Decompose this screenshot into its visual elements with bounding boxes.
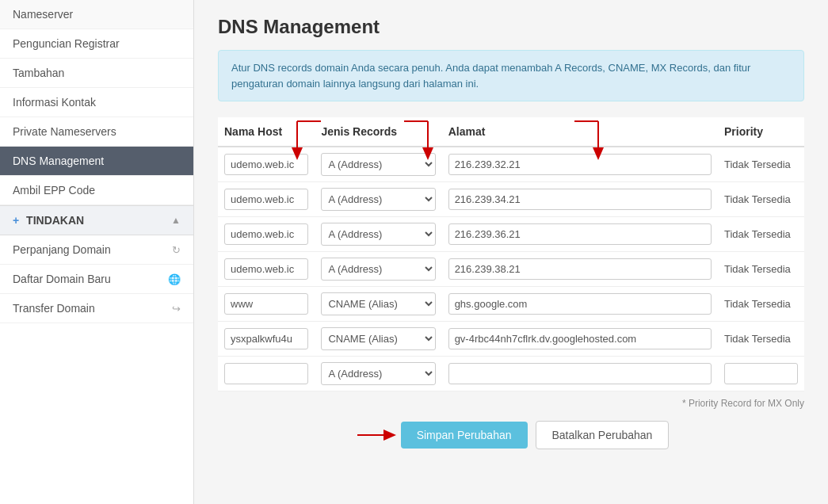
dns-table: Nama Host Jenis Records Alamat Priority …: [218, 117, 804, 391]
priority-note: * Priority Record for MX Only: [218, 398, 804, 409]
alamat-input[interactable]: [448, 328, 712, 349]
sidebar-item-informasi[interactable]: Informasi Kontak: [0, 88, 193, 117]
jenis-records-select[interactable]: A (Address)CNAME (Alias)MX (Mail)TXTSRVA…: [321, 327, 435, 350]
sidebar-item-nameserver[interactable]: Nameserver: [0, 0, 193, 29]
sidebar-action-label: Daftar Domain Baru: [13, 273, 111, 285]
sidebar: Nameserver Penguncian Registrar Tambahan…: [0, 0, 194, 504]
globe-icon: 🌐: [168, 273, 181, 285]
sidebar-item-dns[interactable]: DNS Management: [0, 147, 193, 176]
alamat-input[interactable]: [448, 154, 712, 175]
dns-table-wrapper: Nama Host Jenis Records Alamat Priority …: [218, 117, 804, 391]
dns-table-body: A (Address)CNAME (Alias)MX (Mail)TXTSRVA…: [218, 147, 804, 391]
alamat-input[interactable]: [448, 189, 712, 210]
plus-icon: +: [13, 214, 19, 227]
actions-row: Simpan Perubahan Batalkan Perubahan: [218, 421, 804, 449]
table-row: A (Address)CNAME (Alias)MX (Mail)TXTSRVA…: [218, 287, 804, 322]
sidebar-item-private-ns[interactable]: Private Nameservers: [0, 117, 193, 147]
info-text: Atur DNS records domain Anda secara penu…: [231, 62, 750, 90]
sidebar-action-transfer[interactable]: Transfer Domain ↪: [0, 294, 193, 323]
table-row: A (Address)CNAME (Alias)MX (Mail)TXTSRVA…: [218, 252, 804, 287]
priority-value: Tidak Tersedia: [718, 322, 804, 357]
sidebar-action-label: Perpanjang Domain: [13, 243, 111, 256]
sidebar-item-label: Informasi Kontak: [13, 96, 96, 109]
sidebar-item-tambahan[interactable]: Tambahan: [0, 59, 193, 88]
nama-host-input[interactable]: [224, 258, 308, 280]
table-header-row: Nama Host Jenis Records Alamat Priority: [218, 117, 804, 147]
share-icon: ↪: [172, 303, 181, 315]
alamat-input[interactable]: [448, 258, 712, 280]
sidebar-action-label: Transfer Domain: [13, 302, 95, 315]
alamat-input[interactable]: [448, 223, 712, 245]
priority-value: Tidak Tersedia: [718, 147, 804, 182]
chevron-up-icon: ▲: [171, 215, 181, 226]
nama-host-input[interactable]: [224, 363, 308, 384]
priority-value: Tidak Tersedia: [718, 217, 804, 252]
sidebar-item-label: Tambahan: [13, 67, 64, 79]
table-row: A (Address)CNAME (Alias)MX (Mail)TXTSRVA…: [218, 147, 804, 182]
table-row: A (Address)CNAME (Alias)MX (Mail)TXTSRVA…: [218, 217, 804, 252]
alamat-input[interactable]: [448, 293, 712, 315]
priority-input[interactable]: [724, 363, 798, 384]
sidebar-action-daftar[interactable]: Daftar Domain Baru 🌐: [0, 265, 193, 294]
jenis-records-select[interactable]: A (Address)CNAME (Alias)MX (Mail)TXTSRVA…: [321, 362, 435, 385]
table-row: A (Address)CNAME (Alias)MX (Mail)TXTSRVA…: [218, 182, 804, 217]
jenis-records-select[interactable]: A (Address)CNAME (Alias)MX (Mail)TXTSRVA…: [321, 153, 435, 176]
refresh-icon: ↻: [172, 244, 181, 256]
save-button[interactable]: Simpan Perubahan: [401, 422, 528, 449]
priority-value: Tidak Tersedia: [718, 252, 804, 287]
main-content: DNS Management Atur DNS records domain A…: [194, 0, 828, 504]
nama-host-input[interactable]: [224, 189, 308, 210]
nama-host-input[interactable]: [224, 223, 308, 245]
priority-value: Tidak Tersedia: [718, 182, 804, 217]
info-box: Atur DNS records domain Anda secara penu…: [218, 50, 804, 101]
sidebar-item-label: DNS Management: [13, 155, 104, 167]
tindakan-header: + TINDAKAN ▲: [0, 205, 193, 235]
cancel-button[interactable]: Batalkan Perubahan: [536, 421, 670, 449]
alamat-input[interactable]: [448, 363, 712, 384]
sidebar-item-label: Nameserver: [13, 8, 73, 21]
jenis-records-select[interactable]: A (Address)CNAME (Alias)MX (Mail)TXTSRVA…: [321, 223, 435, 246]
sidebar-item-epp[interactable]: Ambil EPP Code: [0, 176, 193, 205]
jenis-records-select[interactable]: A (Address)CNAME (Alias)MX (Mail)TXTSRVA…: [321, 188, 435, 211]
nama-host-input[interactable]: [224, 328, 308, 349]
page-title: DNS Management: [218, 16, 804, 38]
tindakan-label: TINDAKAN: [26, 214, 84, 227]
sidebar-item-penguncian[interactable]: Penguncian Registrar: [0, 29, 193, 59]
col-header-jenis: Jenis Records: [315, 117, 441, 147]
nama-host-input[interactable]: [224, 293, 308, 315]
sidebar-action-perpanjang[interactable]: Perpanjang Domain ↻: [0, 235, 193, 265]
jenis-records-select[interactable]: A (Address)CNAME (Alias)MX (Mail)TXTSRVA…: [321, 258, 435, 281]
save-arrow: [353, 421, 401, 449]
col-header-nama: Nama Host: [218, 117, 315, 147]
col-header-priority: Priority: [718, 117, 804, 147]
sidebar-item-label: Penguncian Registrar: [13, 37, 120, 50]
table-row: A (Address)CNAME (Alias)MX (Mail)TXTSRVA…: [218, 357, 804, 391]
priority-value: Tidak Tersedia: [718, 287, 804, 322]
sidebar-item-label: Private Nameservers: [13, 125, 116, 138]
table-row: A (Address)CNAME (Alias)MX (Mail)TXTSRVA…: [218, 322, 804, 357]
jenis-records-select[interactable]: A (Address)CNAME (Alias)MX (Mail)TXTSRVA…: [321, 292, 435, 315]
sidebar-item-label: Ambil EPP Code: [13, 184, 95, 197]
col-header-alamat: Alamat: [442, 117, 718, 147]
nama-host-input[interactable]: [224, 154, 308, 175]
